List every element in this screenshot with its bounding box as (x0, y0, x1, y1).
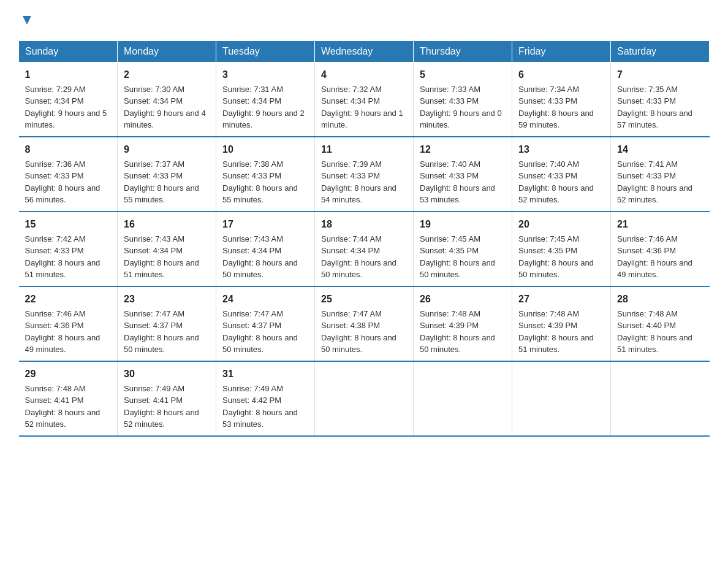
sunset-label: Sunset: 4:42 PM (222, 396, 281, 405)
calendar-cell: 8Sunrise: 7:36 AMSunset: 4:33 PMDaylight… (19, 137, 118, 212)
calendar-cell: 12Sunrise: 7:40 AMSunset: 4:33 PMDayligh… (414, 137, 512, 212)
calendar-cell: 4Sunrise: 7:32 AMSunset: 4:34 PMDaylight… (315, 62, 414, 137)
sunrise-label: Sunrise: 7:48 AM (25, 384, 86, 393)
day-number: 19 (420, 217, 506, 232)
daylight-label: Daylight: 8 hours and 51 minutes. (124, 258, 199, 280)
calendar-cell: 31Sunrise: 7:49 AMSunset: 4:42 PMDayligh… (216, 361, 315, 436)
daylight-label: Daylight: 8 hours and 50 minutes. (321, 258, 396, 280)
sunrise-label: Sunrise: 7:41 AM (617, 159, 678, 169)
daylight-label: Daylight: 8 hours and 50 minutes. (420, 333, 495, 354)
week-row-4: 22Sunrise: 7:46 AMSunset: 4:36 PMDayligh… (19, 286, 710, 361)
calendar-cell: 22Sunrise: 7:46 AMSunset: 4:36 PMDayligh… (19, 286, 118, 361)
header-monday: Monday (118, 40, 216, 62)
daylight-label: Daylight: 8 hours and 55 minutes. (222, 183, 298, 205)
calendar-cell: 29Sunrise: 7:48 AMSunset: 4:41 PMDayligh… (19, 361, 118, 436)
daylight-label: Daylight: 8 hours and 51 minutes. (25, 258, 100, 280)
daylight-label: Daylight: 8 hours and 52 minutes. (124, 408, 199, 429)
sunset-label: Sunset: 4:33 PM (25, 246, 84, 255)
calendar-cell: 15Sunrise: 7:42 AMSunset: 4:33 PMDayligh… (19, 212, 118, 286)
daylight-label: Daylight: 8 hours and 59 minutes. (518, 109, 594, 130)
calendar-cell (414, 361, 512, 436)
sunrise-label: Sunrise: 7:46 AM (25, 309, 86, 318)
sunset-label: Sunset: 4:34 PM (124, 96, 183, 105)
week-row-1: 1Sunrise: 7:29 AMSunset: 4:34 PMDaylight… (19, 62, 710, 137)
day-number: 3 (222, 67, 308, 82)
sunset-label: Sunset: 4:33 PM (617, 96, 676, 105)
sunset-label: Sunset: 4:34 PM (321, 246, 380, 255)
calendar-cell: 24Sunrise: 7:47 AMSunset: 4:37 PMDayligh… (216, 286, 315, 361)
calendar-cell: 3Sunrise: 7:31 AMSunset: 4:34 PMDaylight… (216, 62, 315, 137)
calendar-cell: 25Sunrise: 7:47 AMSunset: 4:38 PMDayligh… (315, 286, 414, 361)
page-header (18, 12, 710, 28)
sunrise-label: Sunrise: 7:45 AM (518, 234, 579, 243)
svg-marker-0 (23, 16, 31, 25)
daylight-label: Daylight: 9 hours and 0 minutes. (420, 109, 502, 130)
sunrise-label: Sunrise: 7:39 AM (321, 159, 382, 169)
daylight-label: Daylight: 8 hours and 56 minutes. (25, 183, 100, 205)
daylight-label: Daylight: 8 hours and 52 minutes. (518, 183, 594, 205)
sunset-label: Sunset: 4:36 PM (25, 321, 84, 330)
calendar-cell: 10Sunrise: 7:38 AMSunset: 4:33 PMDayligh… (216, 137, 315, 212)
sunrise-label: Sunrise: 7:35 AM (617, 85, 678, 94)
day-number: 4 (321, 67, 407, 82)
sunset-label: Sunset: 4:33 PM (617, 171, 676, 180)
day-number: 6 (518, 67, 604, 82)
calendar-cell: 16Sunrise: 7:43 AMSunset: 4:34 PMDayligh… (118, 212, 216, 286)
day-number: 1 (25, 67, 112, 82)
sunset-label: Sunset: 4:41 PM (25, 396, 84, 405)
header-tuesday: Tuesday (216, 40, 315, 62)
daylight-label: Daylight: 8 hours and 50 minutes. (321, 333, 396, 354)
sunset-label: Sunset: 4:34 PM (222, 96, 281, 105)
day-number: 24 (222, 292, 308, 307)
day-number: 5 (420, 67, 506, 82)
sunrise-label: Sunrise: 7:49 AM (124, 384, 184, 393)
day-number: 20 (518, 217, 604, 232)
calendar-cell (315, 361, 414, 436)
calendar-cell: 23Sunrise: 7:47 AMSunset: 4:37 PMDayligh… (118, 286, 216, 361)
day-number: 2 (124, 67, 210, 82)
daylight-label: Daylight: 9 hours and 4 minutes. (124, 109, 206, 130)
day-number: 22 (25, 292, 112, 307)
sunset-label: Sunset: 4:33 PM (222, 171, 281, 180)
header-friday: Friday (512, 40, 611, 62)
day-number: 15 (25, 217, 112, 232)
sunrise-label: Sunrise: 7:43 AM (222, 234, 283, 243)
daylight-label: Daylight: 9 hours and 1 minute. (321, 109, 403, 130)
header-thursday: Thursday (414, 40, 512, 62)
calendar-cell (512, 361, 611, 436)
sunset-label: Sunset: 4:37 PM (222, 321, 281, 330)
sunset-label: Sunset: 4:41 PM (124, 396, 183, 405)
sunrise-label: Sunrise: 7:29 AM (25, 85, 86, 94)
day-number: 7 (617, 67, 703, 82)
sunrise-label: Sunrise: 7:48 AM (420, 309, 480, 318)
daylight-label: Daylight: 8 hours and 50 minutes. (222, 333, 298, 354)
day-number: 26 (420, 292, 506, 307)
day-number: 17 (222, 217, 308, 232)
sunset-label: Sunset: 4:36 PM (617, 246, 676, 255)
sunrise-label: Sunrise: 7:46 AM (617, 234, 678, 243)
day-number: 14 (617, 142, 703, 157)
day-number: 8 (25, 142, 112, 157)
sunset-label: Sunset: 4:33 PM (25, 171, 84, 180)
daylight-label: Daylight: 8 hours and 52 minutes. (617, 183, 692, 205)
calendar-cell: 1Sunrise: 7:29 AMSunset: 4:34 PMDaylight… (19, 62, 118, 137)
sunrise-label: Sunrise: 7:48 AM (518, 309, 579, 318)
calendar-cell: 11Sunrise: 7:39 AMSunset: 4:33 PMDayligh… (315, 137, 414, 212)
day-number: 11 (321, 142, 407, 157)
day-number: 23 (124, 292, 210, 307)
day-number: 13 (518, 142, 604, 157)
sunrise-label: Sunrise: 7:33 AM (420, 85, 480, 94)
day-number: 9 (124, 142, 210, 157)
calendar-cell: 21Sunrise: 7:46 AMSunset: 4:36 PMDayligh… (611, 212, 710, 286)
sunrise-label: Sunrise: 7:32 AM (321, 85, 382, 94)
daylight-label: Daylight: 8 hours and 55 minutes. (124, 183, 199, 205)
daylight-label: Daylight: 8 hours and 51 minutes. (617, 333, 692, 354)
day-number: 28 (617, 292, 703, 307)
sunrise-label: Sunrise: 7:47 AM (222, 309, 283, 318)
day-number: 18 (321, 217, 407, 232)
week-row-3: 15Sunrise: 7:42 AMSunset: 4:33 PMDayligh… (19, 212, 710, 286)
daylight-label: Daylight: 8 hours and 50 minutes. (222, 258, 298, 280)
sunset-label: Sunset: 4:34 PM (124, 246, 183, 255)
sunrise-label: Sunrise: 7:47 AM (321, 309, 382, 318)
sunset-label: Sunset: 4:34 PM (25, 96, 84, 105)
